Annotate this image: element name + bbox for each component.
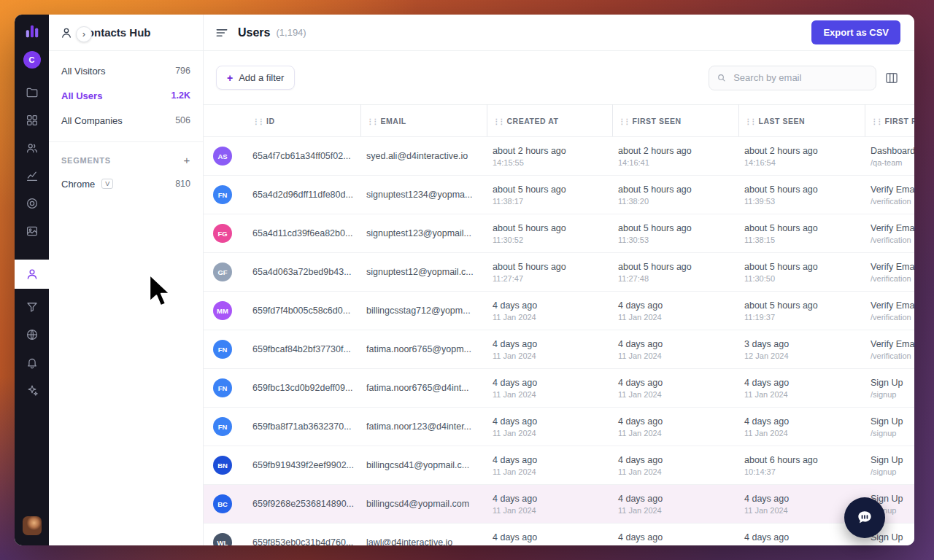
table-row[interactable]: FN 659fbcaf84b2bf37730f... fatima.noor67… bbox=[204, 330, 914, 369]
sidebar-item-alerts[interactable] bbox=[26, 356, 39, 369]
sidebar-item-all-visitors[interactable]: All Visitors 796 bbox=[49, 58, 203, 83]
last-seen-detail: 11:19:37 bbox=[744, 313, 859, 322]
ai-spark-icon bbox=[26, 384, 39, 397]
row-avatar: GF bbox=[213, 262, 232, 281]
first-page-path: /verification bbox=[871, 197, 914, 206]
first-seen: about 5 hours ago bbox=[618, 184, 733, 195]
add-filter-button[interactable]: + Add a filter bbox=[216, 66, 295, 90]
column-header-email[interactable]: EMAIL bbox=[360, 105, 487, 137]
table-row[interactable]: WL 659f853eb0c31b4d760... lawl@d4interac… bbox=[204, 524, 914, 546]
table-row[interactable]: FN 659fba8f71ab3632370... fatima.noor123… bbox=[204, 408, 914, 446]
table-row[interactable]: MM 659fd7f4b005c58c6d0... billingcsstag7… bbox=[204, 292, 914, 330]
segment-badge: V bbox=[101, 179, 113, 189]
first-page: Verify Email bbox=[871, 223, 914, 233]
column-header-first-seen[interactable]: FIRST SEEN bbox=[612, 105, 738, 137]
table-row[interactable]: FG 65a4d11cd39f6ea82b0... signuptest123@… bbox=[204, 214, 914, 253]
dashboard-grid-icon bbox=[26, 114, 39, 127]
table-row[interactable]: BN 659fb919439f2eef9902... billingcsd41@… bbox=[204, 446, 914, 485]
first-seen-detail: 11:38:20 bbox=[618, 197, 733, 206]
column-header-id[interactable]: ID bbox=[247, 105, 360, 137]
last-seen-detail: 10:14:37 bbox=[744, 467, 859, 476]
sidebar-item-analytics[interactable] bbox=[26, 169, 39, 182]
user-email: fatima.noor6765@yopm... bbox=[366, 344, 481, 354]
last-seen: about 5 hours ago bbox=[744, 300, 859, 311]
last-seen-detail: 14:16:54 bbox=[744, 158, 859, 167]
item-count: 506 bbox=[175, 115, 190, 125]
sidebar-item-all-users[interactable]: All Users 1.2K bbox=[49, 83, 203, 108]
created-at-detail: 14:15:55 bbox=[493, 158, 606, 167]
first-seen-detail: 11 Jan 2024 bbox=[618, 390, 733, 399]
user-id: 65a4d2d96dff11dfe80d... bbox=[252, 190, 355, 200]
contacts-icon bbox=[60, 26, 73, 39]
column-header-first-page[interactable]: FIRST PAGE bbox=[865, 105, 914, 137]
first-page-path: /verification bbox=[871, 274, 914, 283]
last-seen-detail: 12 Jan 2024 bbox=[744, 351, 859, 360]
last-seen: about 5 hours ago bbox=[744, 262, 859, 272]
app-logo[interactable] bbox=[24, 23, 40, 39]
chat-widget-button[interactable] bbox=[844, 497, 885, 538]
first-page-path: /signup bbox=[871, 429, 914, 438]
users-table-body: AS 65a4f7cb61a34ff05f02... syed.ali@d4in… bbox=[204, 137, 914, 546]
sidebar-collapse-button[interactable] bbox=[76, 26, 92, 42]
sidebar-item-dashboard[interactable] bbox=[26, 114, 39, 127]
sidebar-item-all-companies[interactable]: All Companies 506 bbox=[49, 108, 203, 133]
sidebar-item-websites[interactable] bbox=[26, 86, 39, 99]
table-row[interactable]: AS 65a4f7cb61a34ff05f02... syed.ali@d4in… bbox=[204, 137, 914, 176]
app-logo-icon bbox=[24, 23, 40, 39]
table-row[interactable]: FN 65a4d2d96dff11dfe80d... signuptest123… bbox=[204, 176, 914, 214]
column-header-created-at[interactable]: CREATED AT bbox=[487, 105, 612, 137]
first-page-path: /signup bbox=[871, 467, 914, 476]
globe-icon bbox=[26, 328, 39, 341]
chat-bubble-icon bbox=[855, 508, 874, 527]
first-seen-detail: 11:27:48 bbox=[618, 274, 733, 283]
users-icon bbox=[26, 141, 39, 155]
row-avatar: BC bbox=[213, 494, 232, 513]
segment-item-chrome[interactable]: Chrome V 810 bbox=[49, 172, 203, 195]
column-header-last-seen[interactable]: LAST SEEN bbox=[738, 105, 865, 137]
add-segment-button[interactable]: + bbox=[183, 155, 190, 166]
users-table: ID EMAIL CREATED AT FIRST SEEN LAST SEEN… bbox=[204, 104, 914, 545]
created-at-detail: 11 Jan 2024 bbox=[493, 506, 606, 515]
drag-handle-icon[interactable] bbox=[871, 117, 881, 125]
drag-handle-icon[interactable] bbox=[619, 117, 629, 125]
table-row[interactable]: FN 659fbc13cd0b92deff09... fatima.noor67… bbox=[204, 369, 914, 408]
row-avatar: FN bbox=[213, 340, 232, 359]
last-seen: 4 days ago bbox=[744, 532, 859, 542]
first-seen: 4 days ago bbox=[618, 455, 733, 465]
search-input[interactable] bbox=[732, 71, 868, 84]
sidebar-item-audience[interactable] bbox=[26, 141, 39, 155]
column-settings-button[interactable] bbox=[883, 69, 900, 87]
table-row[interactable]: GF 65a4d063a72bed9b43... signuptest12@yo… bbox=[204, 253, 914, 292]
column-label: EMAIL bbox=[381, 117, 406, 125]
user-id: 659f853eb0c31b4d760... bbox=[252, 537, 355, 545]
menu-lines-icon[interactable] bbox=[215, 26, 229, 40]
drag-handle-icon[interactable] bbox=[252, 117, 263, 125]
first-page: Sign Up bbox=[871, 378, 914, 388]
first-seen: 4 days ago bbox=[618, 416, 733, 427]
last-seen-detail: 11:39:53 bbox=[744, 197, 859, 206]
first-seen: 4 days ago bbox=[618, 494, 733, 504]
first-seen: 4 days ago bbox=[618, 532, 733, 542]
drag-handle-icon[interactable] bbox=[493, 117, 503, 125]
sidebar-item-goals[interactable] bbox=[26, 197, 39, 210]
drag-handle-icon[interactable] bbox=[367, 117, 377, 125]
created-at: about 2 hours ago bbox=[493, 146, 606, 156]
first-seen-detail: 11 Jan 2024 bbox=[618, 429, 733, 438]
created-at: 4 days ago bbox=[493, 300, 606, 311]
created-at-detail: 11:30:52 bbox=[493, 236, 606, 244]
drag-handle-icon[interactable] bbox=[745, 117, 755, 125]
export-csv-button[interactable]: Export as CSV bbox=[811, 20, 900, 44]
workspace-avatar[interactable]: C bbox=[23, 51, 41, 69]
sidebar-item-funnels[interactable] bbox=[26, 300, 39, 314]
row-avatar: WL bbox=[213, 533, 232, 545]
sidebar-item-ai[interactable] bbox=[26, 384, 39, 397]
last-seen: 4 days ago bbox=[744, 494, 859, 504]
page-title: Users bbox=[238, 26, 270, 39]
sidebar-item-media[interactable] bbox=[26, 225, 39, 238]
first-page-path: /verification bbox=[871, 351, 914, 360]
sidebar-item-contacts-hub-active[interactable] bbox=[15, 260, 49, 289]
user-avatar[interactable] bbox=[23, 516, 42, 535]
table-row[interactable]: BC 659f9268e2536814890... billingcsd4@yo… bbox=[204, 485, 914, 524]
user-email: signuptest123@yopmail... bbox=[366, 228, 481, 238]
sidebar-item-web[interactable] bbox=[26, 328, 39, 341]
